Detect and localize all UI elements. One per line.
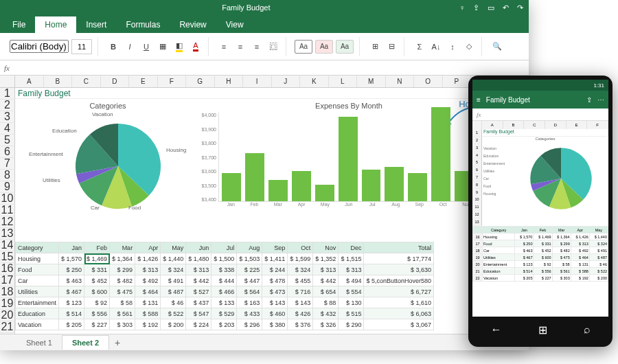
table-row[interactable]: Utilities$ 467$ 600$ 475$ 464$ 487$ 527$… (16, 286, 434, 297)
cell-style-bad[interactable]: Aa (315, 40, 333, 54)
find-button[interactable]: 🔍 (490, 40, 504, 54)
table-header[interactable]: Oct (288, 242, 313, 253)
delete-cells-button[interactable]: ⊟ (385, 40, 398, 54)
column-header-J[interactable]: J (272, 76, 301, 87)
column-header-K[interactable]: K (300, 76, 329, 87)
formula-input[interactable] (14, 62, 525, 74)
undo-icon[interactable]: ↶ (503, 3, 509, 12)
tab-formulas[interactable]: Formulas (116, 16, 170, 33)
column-header-G[interactable]: G (186, 76, 215, 87)
phone-formula-bar[interactable]: fx (472, 109, 608, 121)
table-header[interactable]: Jul (211, 242, 237, 253)
align-left-button[interactable]: ≡ (217, 40, 231, 54)
column-header-H[interactable]: H (215, 76, 244, 87)
cell-style-good[interactable]: Aa (336, 40, 354, 54)
row-header-15[interactable]: 15 (0, 251, 15, 263)
table-header[interactable]: Dec (339, 242, 364, 253)
cell-style-normal[interactable]: Aa (295, 40, 312, 54)
column-header-M[interactable]: M (357, 76, 386, 87)
column-header-P[interactable]: P (443, 76, 472, 87)
table-header[interactable]: Apr (135, 242, 161, 253)
row-header-6[interactable]: 6 (0, 146, 15, 158)
underline-button[interactable]: U (139, 40, 153, 54)
italic-button[interactable]: I (123, 40, 137, 54)
sort-asc-button[interactable]: A↓ (429, 40, 443, 54)
row-header-2[interactable]: 2 (0, 100, 15, 111)
phone-sheet[interactable]: ABCDEF 1Family Budget 2345678910111213 C… (472, 121, 608, 282)
tab-insert[interactable]: Insert (76, 16, 116, 33)
font-name-select[interactable] (10, 40, 69, 53)
table-header[interactable]: Aug (237, 242, 262, 253)
row-header-12[interactable]: 12 (0, 216, 15, 228)
tab-view[interactable]: View (216, 16, 253, 33)
table-header[interactable]: Mar (110, 242, 135, 253)
table-header[interactable]: Total (364, 242, 434, 253)
column-header-A[interactable]: A (15, 76, 44, 87)
bold-button[interactable]: B (106, 40, 120, 54)
column-header-N[interactable]: N (386, 76, 415, 87)
row-header-21[interactable]: 21 (0, 321, 15, 333)
hamburger-icon[interactable]: ≡ (477, 96, 481, 104)
merge-button[interactable]: ⿴ (266, 40, 280, 54)
row-header-10[interactable]: 10 (0, 193, 15, 205)
table-header[interactable]: Jun (186, 242, 211, 253)
column-header-I[interactable]: I (243, 76, 272, 87)
clear-button[interactable]: ◇ (462, 40, 476, 54)
table-header[interactable]: Nov (313, 242, 339, 253)
budget-table[interactable]: CategoryJanFebMarAprMayJunJulAugSepOctNo… (15, 242, 434, 330)
share-icon[interactable]: ⇪ (473, 3, 479, 12)
pie-chart[interactable]: Categories Vacation Education En (29, 102, 187, 232)
row-header-4[interactable]: 4 (0, 123, 15, 135)
tell-me-icon[interactable]: ♀ (459, 3, 465, 12)
select-all-corner[interactable] (0, 76, 15, 87)
table-header[interactable]: Jan (59, 242, 84, 253)
sort-desc-button[interactable]: ↕ (446, 40, 459, 54)
table-row[interactable]: Housing$ 1,570$ 1,469$ 1,364$ 1,426$ 1,4… (16, 253, 434, 264)
column-header-O[interactable]: O (414, 76, 443, 87)
table-header[interactable]: Category (16, 242, 59, 253)
row-header-13[interactable]: 13 (0, 228, 15, 240)
column-header-D[interactable]: D (101, 76, 130, 87)
row-header-3[interactable]: 3 (0, 111, 15, 123)
insert-cells-button[interactable]: ⊞ (368, 40, 382, 54)
worksheet-area[interactable]: ABCDEFGHIJKLMNOPQR 123456789101112131415… (0, 76, 529, 334)
redo-icon[interactable]: ↷ (517, 3, 523, 12)
autosum-button[interactable]: Σ (413, 40, 426, 54)
column-header-E[interactable]: E (129, 76, 158, 87)
row-header-7[interactable]: 7 (0, 158, 15, 170)
phone-title-cell[interactable]: Family Budget (482, 129, 608, 137)
phone-back-button[interactable]: ← (491, 323, 502, 336)
align-right-button[interactable]: ≡ (250, 40, 264, 54)
row-header-1[interactable]: 1 (0, 88, 15, 100)
tab-review[interactable]: Review (170, 16, 216, 33)
table-row[interactable]: Car$ 463$ 452$ 482$ 492$ 491$ 442$ 444$ … (16, 275, 434, 286)
row-header-14[interactable]: 14 (0, 240, 15, 251)
row-header-9[interactable]: 9 (0, 181, 15, 193)
tab-file[interactable]: File (3, 16, 35, 33)
phone-share-icon[interactable]: ⇪ (586, 96, 592, 104)
row-header-8[interactable]: 8 (0, 170, 15, 181)
font-color-button[interactable]: A (189, 40, 203, 54)
fill-color-button[interactable]: ◧ (172, 40, 186, 54)
row-header-11[interactable]: 11 (0, 205, 15, 216)
phone-more-icon[interactable]: ⋯ (597, 96, 604, 104)
table-row[interactable]: Food$ 250$ 331$ 299$ 313$ 324$ 313$ 338$… (16, 264, 434, 275)
row-header-20[interactable]: 20 (0, 310, 15, 321)
column-header-F[interactable]: F (158, 76, 187, 87)
phone-budget-table[interactable]: CategoryJanFebMarAprMay16Housing$ 1,570$… (472, 226, 608, 282)
phone-search-button[interactable]: ⌕ (584, 323, 591, 336)
column-header-L[interactable]: L (329, 76, 358, 87)
table-row[interactable]: Entertainment$ 123$ 92$ 58$ 131$ 46$ 437… (16, 297, 434, 308)
row-header-16[interactable]: 16 (0, 263, 15, 275)
row-header-18[interactable]: 18 (0, 286, 15, 298)
table-row[interactable]: Vacation$ 205$ 227$ 303$ 192$ 200$ 224$ … (16, 319, 434, 330)
border-button[interactable]: ▦ (156, 40, 170, 54)
tab-home[interactable]: Home (35, 16, 76, 33)
row-header-17[interactable]: 17 (0, 275, 15, 286)
sheet-tab-1[interactable]: Sheet 1 (16, 336, 62, 350)
table-row[interactable]: Education$ 514$ 556$ 561$ 588$ 522$ 547$… (16, 308, 434, 319)
font-size-input[interactable] (71, 39, 92, 54)
sheet-canvas[interactable]: 12345678910111213141516171819202122 Fami… (0, 88, 529, 334)
title-cell[interactable]: Family Budget (15, 88, 529, 99)
phone-home-button[interactable]: ⊞ (538, 323, 547, 337)
